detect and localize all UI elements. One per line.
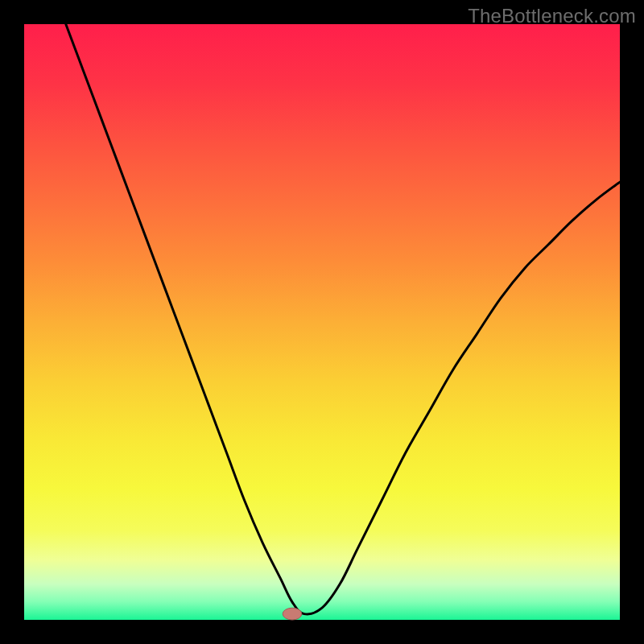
plot-area [24, 24, 620, 620]
chart-canvas [0, 0, 644, 644]
optimum-marker [283, 608, 302, 620]
bottleneck-chart [0, 0, 644, 644]
